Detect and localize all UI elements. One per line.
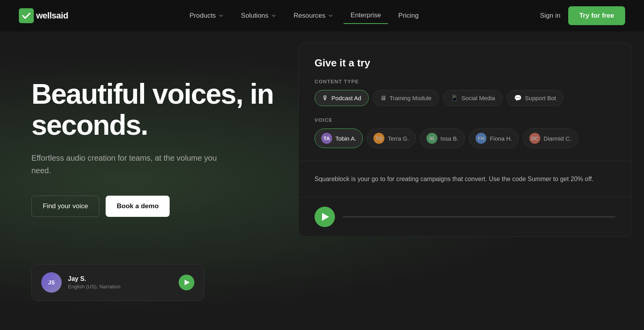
nav-solutions[interactable]: Solutions: [234, 8, 284, 24]
chip-support-bot[interactable]: 💬 Support Bot: [507, 90, 564, 106]
hero-section: Beautiful voices, in seconds. Effortless…: [0, 31, 644, 330]
voice-diarmid[interactable]: DC Diarmid C.: [523, 128, 578, 148]
play-icon: [322, 213, 329, 221]
mini-avatar: JS: [41, 272, 62, 293]
avatar-terra: TG: [373, 133, 384, 144]
hero-right: Give it a try Content type 🎙 Podcast Ad …: [298, 31, 644, 237]
hero-left: Beautiful voices, in seconds. Effortless…: [0, 31, 298, 330]
book-demo-button[interactable]: Book a demo: [106, 196, 170, 217]
hero-buttons: Find your voice Book a demo: [31, 196, 275, 217]
chip-social-media[interactable]: 📱 Social Media: [443, 90, 503, 106]
nav-right: Sign in Try for free: [540, 6, 625, 25]
promo-card: Squareblock is your go to for creating c…: [298, 161, 631, 197]
avatar-tobin: TA: [321, 133, 332, 144]
avatar-image: JS: [41, 272, 62, 293]
avatar-issa: IB: [426, 133, 437, 144]
nav-enterprise[interactable]: Enterprise: [344, 7, 388, 24]
card-title: Give it a try: [315, 57, 615, 69]
logo[interactable]: wellsaid: [19, 8, 68, 23]
svg-rect-0: [19, 8, 34, 23]
voice-row: TA Tobin A. TG Terra G. IB Issa B. FH Fi…: [315, 128, 615, 148]
progress-bar-track[interactable]: [343, 216, 615, 218]
mini-player-info: Jay S. English (US), Narration: [68, 275, 172, 290]
content-type-row: 🎙 Podcast Ad 🖥 Training Module 📱 Social …: [315, 90, 615, 106]
nav-resources[interactable]: Resources: [287, 8, 340, 24]
voice-fiona[interactable]: FH Fiona H.: [469, 128, 519, 148]
try-card: Give it a try Content type 🎙 Podcast Ad …: [298, 42, 631, 161]
mini-player-name: Jay S.: [68, 275, 172, 282]
navigation: wellsaid Products Solutions Resources En…: [0, 0, 644, 31]
player-card: [298, 197, 631, 237]
chevron-down-icon: [328, 13, 333, 18]
try-free-button[interactable]: Try for free: [568, 6, 625, 25]
content-type-label: Content type: [315, 79, 615, 84]
logo-text: wellsaid: [36, 11, 68, 21]
chevron-down-icon: [271, 13, 276, 18]
nav-links: Products Solutions Resources Enterprise …: [183, 7, 426, 24]
hero-title: Beautiful voices, in seconds.: [31, 79, 275, 141]
hero-subtitle: Effortless audio creation for teams, at …: [31, 152, 236, 177]
promo-text: Squareblock is your go to for creating c…: [315, 174, 615, 184]
voice-label: Voice: [315, 117, 615, 123]
voice-issa[interactable]: IB Issa B.: [420, 128, 465, 148]
podcast-icon: 🎙: [322, 95, 328, 102]
nav-products[interactable]: Products: [183, 8, 231, 24]
bot-icon: 💬: [514, 94, 522, 102]
mini-play-button[interactable]: [179, 275, 194, 290]
avatar-fiona: FH: [476, 133, 487, 144]
play-icon: [185, 280, 190, 285]
voice-terra[interactable]: TG Terra G.: [367, 128, 415, 148]
chevron-down-icon: [218, 13, 224, 18]
avatar-diarmid: DC: [529, 133, 540, 144]
nav-pricing[interactable]: Pricing: [391, 8, 426, 24]
sign-in-link[interactable]: Sign in: [540, 12, 560, 20]
mini-player-subtitle: English (US), Narration: [68, 284, 172, 290]
training-icon: 🖥: [380, 95, 386, 102]
find-voice-button[interactable]: Find your voice: [31, 196, 99, 217]
voice-tobin[interactable]: TA Tobin A.: [315, 128, 363, 148]
play-button[interactable]: [315, 207, 335, 227]
social-icon: 📱: [450, 94, 458, 102]
mini-player: JS Jay S. English (US), Narration: [31, 264, 204, 301]
chip-training-module[interactable]: 🖥 Training Module: [373, 90, 439, 106]
chip-podcast-ad[interactable]: 🎙 Podcast Ad: [315, 90, 369, 106]
